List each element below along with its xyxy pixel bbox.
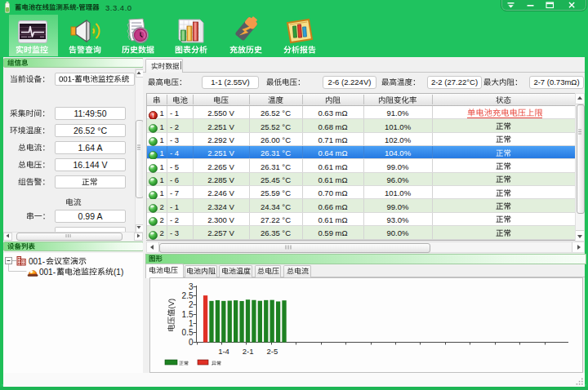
svg-text:1.5: 1.5: [182, 310, 194, 319]
svg-text:2: 2: [189, 300, 194, 309]
svg-text:1: 1: [189, 319, 194, 328]
svg-text:0.5: 0.5: [182, 328, 194, 337]
svg-text:2-1: 2-1: [243, 347, 254, 356]
svg-text:1-4: 1-4: [218, 347, 229, 356]
svg-text:0: 0: [189, 338, 194, 347]
svg-text:3: 3: [189, 282, 194, 291]
svg-text:2-5: 2-5: [267, 347, 278, 356]
svg-text:!: !: [152, 112, 154, 119]
svg-text:2.5: 2.5: [182, 291, 194, 300]
